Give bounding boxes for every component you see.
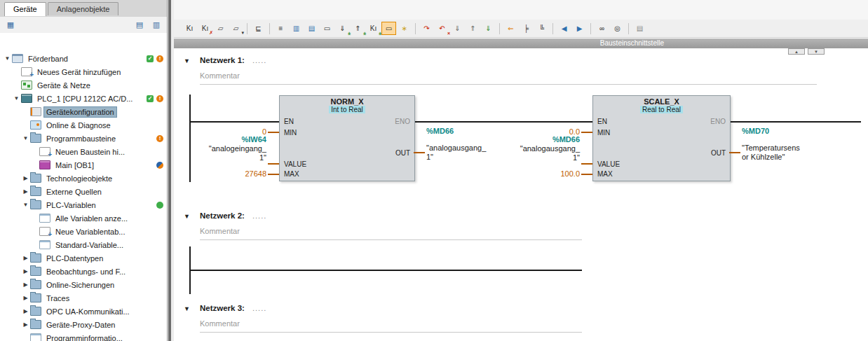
collapse-arrow-icon[interactable]: ▼ bbox=[21, 202, 30, 208]
value-pin[interactable]: VALUE bbox=[597, 160, 620, 168]
edit-network-icon[interactable]: ▱ bbox=[213, 22, 228, 35]
min-pin[interactable]: MIN bbox=[597, 129, 610, 137]
tree-item-alle-variablen-anze[interactable]: Alle Variablen anze... bbox=[0, 211, 167, 225]
eno-pin[interactable]: ENO bbox=[395, 118, 410, 125]
tree-item-externe-quellen[interactable]: ▶Externe Quellen bbox=[0, 185, 167, 198]
start-cpu-icon[interactable]: ⇓ bbox=[481, 22, 496, 35]
download-plusminus-icon[interactable]: ⇓± bbox=[335, 22, 350, 35]
collapse-arrow-icon[interactable]: ▼ bbox=[21, 135, 30, 141]
network-title[interactable]: Netzwerk 2: bbox=[200, 211, 245, 220]
interface-collapse-up-button[interactable]: ▲ bbox=[788, 48, 805, 55]
tree-item-ger-tekonfiguration[interactable]: Gerätekonfiguration bbox=[0, 105, 167, 118]
out-operand[interactable]: %MD70 "Temperatursens or Kühlzelle" bbox=[742, 127, 800, 162]
tree-item-neues-ger-t-hinzuf-gen[interactable]: Neues Gerät hinzufügen bbox=[0, 65, 167, 78]
expand-arrow-icon[interactable]: ▶ bbox=[21, 295, 30, 301]
collapse-arrow-icon[interactable]: ▼ bbox=[12, 95, 21, 102]
edit-options-icon[interactable]: ▱▾ bbox=[229, 22, 243, 35]
align-lines-icon[interactable]: ≡ bbox=[273, 22, 288, 35]
list-view-icon[interactable]: ▤ bbox=[132, 18, 147, 32]
tree-item-standard-variable[interactable]: Standard-Variable... bbox=[0, 238, 167, 251]
tree-item-neuen-baustein-hi[interactable]: Neuen Baustein hi... bbox=[0, 145, 167, 158]
call-structure-icon[interactable]: ╞ bbox=[519, 22, 534, 35]
split-window-icon[interactable]: ▥ bbox=[289, 22, 304, 35]
network-title-placeholder[interactable]: ..... bbox=[252, 211, 266, 220]
expand-arrow-icon[interactable]: ▶ bbox=[21, 255, 30, 261]
tree-item-programminformatio[interactable]: Programminformatio... bbox=[0, 331, 167, 341]
details-view-icon[interactable]: ▥ bbox=[149, 18, 164, 32]
overview-window-icon[interactable]: ▤ bbox=[304, 22, 319, 35]
network-title-placeholder[interactable]: ..... bbox=[252, 56, 266, 64]
network-collapse-icon[interactable]: ▼ bbox=[184, 57, 190, 64]
search-icon[interactable]: ◎ bbox=[610, 22, 625, 35]
nav-back-icon[interactable]: ◀ bbox=[557, 22, 571, 35]
expand-arrow-icon[interactable]: ▶ bbox=[21, 188, 30, 195]
expand-arrow-icon[interactable]: ▶ bbox=[21, 281, 30, 288]
upload-from-device-icon[interactable]: ⇑ bbox=[466, 22, 480, 35]
out-pin[interactable]: OUT bbox=[395, 149, 410, 157]
tree-item-ger-te-proxy-daten[interactable]: ▶Geräte-Proxy-Daten bbox=[0, 318, 167, 331]
k-plusminus-icon[interactable]: Kı± bbox=[366, 22, 381, 35]
download-to-device-icon[interactable]: ⇓ bbox=[450, 22, 465, 35]
value-operand[interactable]: %IW64 "analogeingang_ 1" bbox=[189, 135, 266, 162]
jump-to-icon[interactable]: ⇐ bbox=[503, 22, 518, 35]
tab-anlagenobjekte[interactable]: Anlagenobjekte bbox=[48, 2, 119, 15]
tree-item-programmbausteine[interactable]: ▼Programmbausteine! bbox=[0, 132, 167, 145]
min-pin[interactable]: MIN bbox=[284, 129, 297, 137]
value-operand[interactable]: %MD66 "analogausgang_ 1" bbox=[475, 135, 580, 162]
k1-cancel-icon[interactable]: Kı✗ bbox=[198, 22, 212, 35]
tree-item-technologieobjekte[interactable]: ▶Technologieobjekte bbox=[0, 172, 167, 185]
tree-item-f-rderband[interactable]: ▼Förderband✓! bbox=[0, 52, 167, 65]
insert-row-icon[interactable]: ⊑ bbox=[251, 22, 266, 35]
max-operand[interactable]: 27648 bbox=[189, 169, 266, 179]
network-title[interactable]: Netzwerk 1: bbox=[200, 56, 245, 64]
tab-geraete[interactable]: Geräte bbox=[4, 2, 46, 16]
block-interface-splitter-bar[interactable]: Bausteinschnittstelle bbox=[174, 39, 868, 48]
tree-item-opc-ua-kommunikati[interactable]: ▶OPC UA-Kommunikati... bbox=[0, 305, 167, 318]
block-datatype[interactable]: Int to Real bbox=[280, 106, 414, 113]
tree-item-plc-datentypen[interactable]: ▶PLC-Datentypen bbox=[0, 251, 167, 265]
network-comment-field[interactable]: Kommentar bbox=[200, 319, 582, 333]
go-offline-icon[interactable]: ↶× bbox=[435, 22, 449, 35]
block-datatype[interactable]: Real to Real bbox=[593, 106, 730, 113]
upload-plusminus-icon[interactable]: ⇑± bbox=[351, 22, 365, 35]
tree-item-online-diagnose[interactable]: Online & Diagnose bbox=[0, 118, 167, 132]
tree-item-plc-1-cpu-1212c-ac-d[interactable]: ▼PLC_1 [CPU 1212C AC/D...✓! bbox=[0, 92, 167, 105]
expand-arrow-icon[interactable]: ▶ bbox=[21, 268, 30, 274]
norm-x-block[interactable]: NORM_X Int to Real EN ENO MIN VALUE MAX … bbox=[279, 95, 415, 181]
device-view-icon[interactable]: ▦ bbox=[3, 18, 18, 32]
max-operand[interactable]: 100.0 bbox=[475, 169, 580, 179]
printer-icon[interactable]: ▤ bbox=[632, 22, 647, 35]
tree-item-neue-variablentab[interactable]: Neue Variablentab... bbox=[0, 225, 167, 238]
network-title-placeholder[interactable]: ..... bbox=[252, 304, 266, 312]
network-collapse-icon[interactable]: ▼ bbox=[184, 213, 190, 220]
tree-item-ger-te-netze[interactable]: Geräte & Netze bbox=[0, 78, 167, 92]
tree-item-beobachtungs-und-f[interactable]: ▶Beobachtungs- und F... bbox=[0, 265, 167, 278]
link-icon[interactable]: ∞ bbox=[595, 22, 609, 35]
tree-item-plc-variablen[interactable]: ▼PLC-Variablen bbox=[0, 198, 167, 211]
interface-collapse-down-button[interactable]: ▼ bbox=[808, 48, 825, 55]
nav-forward-icon[interactable]: ▶ bbox=[572, 22, 587, 35]
en-pin[interactable]: EN bbox=[284, 118, 294, 125]
max-pin[interactable]: MAX bbox=[597, 170, 613, 178]
en-pin[interactable]: EN bbox=[597, 118, 607, 125]
k1-icon[interactable]: Kı bbox=[182, 22, 197, 35]
assignment-list-icon[interactable]: ╚ bbox=[534, 22, 549, 35]
absolute-info-icon[interactable]: ▭ bbox=[381, 22, 396, 35]
expand-arrow-icon[interactable]: ▶ bbox=[21, 175, 30, 181]
collapse-arrow-icon[interactable]: ▼ bbox=[3, 55, 12, 62]
comment-bubble-icon[interactable]: ▭ bbox=[320, 22, 334, 35]
network-comment-field[interactable]: Kommentar bbox=[200, 227, 582, 240]
favorites-icon[interactable]: ∗ bbox=[397, 22, 412, 35]
tree-item-main-ob1[interactable]: Main [OB1] bbox=[0, 158, 167, 172]
network-title[interactable]: Netzwerk 3: bbox=[200, 304, 245, 312]
network-collapse-icon[interactable]: ▼ bbox=[184, 305, 190, 312]
max-pin[interactable]: MAX bbox=[284, 170, 299, 178]
value-pin[interactable]: VALUE bbox=[284, 160, 306, 168]
expand-arrow-icon[interactable]: ▶ bbox=[21, 308, 30, 314]
tree-item-online-sicherungen[interactable]: ▶Online-Sicherungen bbox=[0, 278, 167, 291]
scale-x-block[interactable]: SCALE_X Real to Real EN ENO MIN VALUE MA… bbox=[592, 95, 731, 181]
network-comment-field[interactable]: Kommentar bbox=[200, 71, 817, 85]
eno-pin[interactable]: ENO bbox=[710, 118, 726, 125]
expand-arrow-icon[interactable]: ▶ bbox=[21, 321, 30, 328]
out-pin[interactable]: OUT bbox=[711, 149, 726, 157]
